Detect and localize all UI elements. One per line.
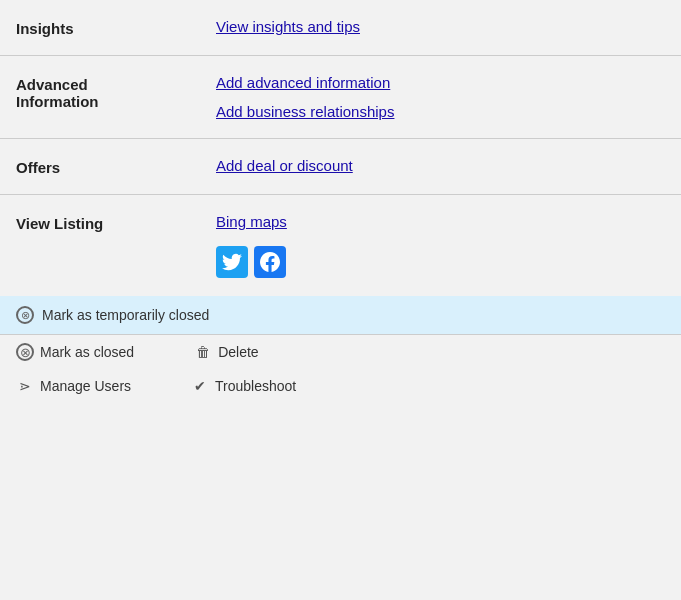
manage-users-item[interactable]: ⋗ Manage Users <box>16 377 131 395</box>
mark-closed-icon: ⊗ <box>16 343 34 361</box>
insights-label: Insights <box>16 18 216 37</box>
facebook-icon[interactable] <box>254 246 286 278</box>
bing-maps-link[interactable]: Bing maps <box>216 213 287 230</box>
view-listing-label: View Listing <box>16 213 216 232</box>
action-row-2: ⋗ Manage Users ✔ Troubleshoot <box>0 369 681 403</box>
advanced-information-links: Add advanced information Add business re… <box>216 74 394 120</box>
mark-closed-item[interactable]: ⊗ Mark as closed <box>16 343 134 361</box>
checkmark-icon: ✔ <box>191 377 209 395</box>
view-listing-row: View Listing Bing maps <box>0 195 681 296</box>
add-deal-link[interactable]: Add deal or discount <box>216 157 353 174</box>
action-row-1: ⊗ Mark as closed 🗑 Delete <box>0 335 681 369</box>
add-business-link[interactable]: Add business relationships <box>216 103 394 120</box>
share-icon: ⋗ <box>16 377 34 395</box>
offers-row: Offers Add deal or discount <box>0 139 681 195</box>
trash-icon: 🗑 <box>194 343 212 361</box>
view-listing-links: Bing maps <box>216 213 287 278</box>
manage-users-label: Manage Users <box>40 378 131 394</box>
mark-temporarily-closed-row[interactable]: ⊗ Mark as temporarily closed <box>0 296 681 335</box>
troubleshoot-item[interactable]: ✔ Troubleshoot <box>191 377 296 395</box>
mark-closed-label: Mark as closed <box>40 344 134 360</box>
circle-x-icon: ⊗ <box>16 306 34 324</box>
insights-links: View insights and tips <box>216 18 360 35</box>
offers-label: Offers <box>16 157 216 176</box>
add-advanced-link[interactable]: Add advanced information <box>216 74 394 91</box>
insights-row: Insights View insights and tips <box>0 0 681 56</box>
social-icons <box>216 246 287 278</box>
view-insights-link[interactable]: View insights and tips <box>216 18 360 35</box>
advanced-information-label: AdvancedInformation <box>16 74 216 110</box>
twitter-icon[interactable] <box>216 246 248 278</box>
delete-item[interactable]: 🗑 Delete <box>194 343 258 361</box>
delete-label: Delete <box>218 344 258 360</box>
troubleshoot-label: Troubleshoot <box>215 378 296 394</box>
advanced-information-row: AdvancedInformation Add advanced informa… <box>0 56 681 139</box>
offers-links: Add deal or discount <box>216 157 353 174</box>
action-rows: ⊗ Mark as closed 🗑 Delete ⋗ Manage Users… <box>0 335 681 403</box>
mark-temporarily-closed-label: Mark as temporarily closed <box>42 307 209 323</box>
